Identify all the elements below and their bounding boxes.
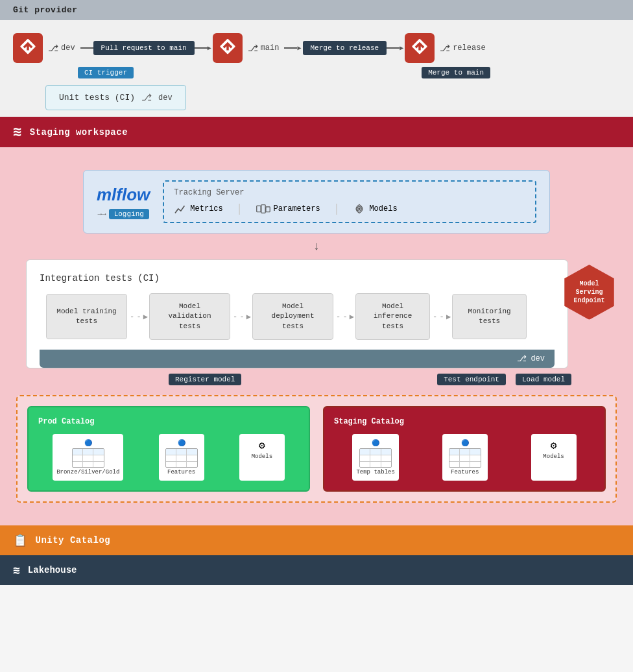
test-step-model-deployment: Model deployment tests <box>252 293 333 340</box>
main-branch-label: ⎇ main <box>248 43 280 54</box>
release-git-icon <box>405 33 435 63</box>
svg-rect-0 <box>256 206 260 211</box>
staging-temp-label: Temp tables <box>356 469 394 475</box>
test-step-monitoring: Monitoring tests <box>452 294 527 339</box>
staging-models-label: Models <box>535 453 573 460</box>
prod-features: 🔵 Features <box>159 434 204 481</box>
svg-point-6 <box>359 208 360 210</box>
unit-tests-branch: dev <box>158 93 173 102</box>
pull-request-badge: Pull request to main <box>93 41 195 55</box>
down-arrow-1: ↓ <box>252 240 381 253</box>
logging-badge: Logging <box>109 209 149 219</box>
integration-title: Integration tests (CI) <box>40 273 555 283</box>
prod-models-label: Models <box>243 453 281 460</box>
dev-branch-label-integration: dev <box>531 354 545 363</box>
staging-catalog-items: 🔵 Temp tables 🔵 <box>334 434 595 481</box>
prod-catalog-items: 🔵 Bronze/Silver/Gold 🔵 <box>38 434 299 481</box>
staging-title: Staging workspace <box>30 127 128 138</box>
staging-catalog-title: Staging Catalog <box>334 417 595 426</box>
unit-tests-label: Unit tests (CI) <box>59 93 135 102</box>
arrow-3 <box>284 47 297 49</box>
dev-branch-bar: ⎇ dev <box>40 350 555 368</box>
dash-arrow-2: - - ▶ <box>233 312 250 322</box>
svg-rect-2 <box>266 207 270 212</box>
models-item: Models <box>353 203 397 215</box>
model-serving-endpoint: Model Serving Endpoint <box>562 265 617 320</box>
prod-catalog-title: Prod Catalog <box>38 417 299 426</box>
staging-workspace-header: ≋ Staging workspace <box>0 117 633 147</box>
staging-content: mlflow →→ Logging Tracking Server Metric… <box>0 147 633 525</box>
test-step-model-training: Model training tests <box>46 294 127 339</box>
arrow-4 <box>387 47 400 49</box>
staging-catalog-box: Staging Catalog 🔵 Temp tables 🔵 <box>323 406 606 492</box>
prod-catalog-box: Prod Catalog 🔵 Bronze/Silver/Gold 🔵 <box>27 406 310 492</box>
arrow-2 <box>195 47 208 49</box>
merge-to-release-badge: Merge to release <box>303 41 387 55</box>
tracking-server-box: Tracking Server Metrics | <box>163 180 536 223</box>
mlflow-section: mlflow →→ Logging Tracking Server Metric… <box>83 170 550 234</box>
test-step-model-validation: Model validation tests <box>149 293 230 340</box>
dev-branch-label: ⎇ dev <box>48 43 75 54</box>
main-git-icon <box>213 33 243 63</box>
integration-tests-box: Integration tests (CI) Model training te… <box>26 259 568 368</box>
dash-arrow-1: - - ▶ <box>130 312 147 322</box>
merge-to-main-badge: Merge to main <box>422 67 490 78</box>
test-steps-row: Model training tests - - ▶ Model validat… <box>40 293 555 340</box>
integration-tests-outer: Integration tests (CI) Model training te… <box>26 259 607 368</box>
unity-catalog-icon: 📋 <box>13 533 28 547</box>
staging-features: 🔵 Features <box>442 434 488 481</box>
unity-catalog-title: Unity Catalog <box>36 535 111 546</box>
svg-rect-1 <box>261 205 265 213</box>
catalogs-row: Prod Catalog 🔵 Bronze/Silver/Gold 🔵 <box>27 406 606 492</box>
parameters-item: Parameters <box>256 204 320 214</box>
test-step-model-inference: Model inference tests <box>355 293 430 340</box>
unity-catalog-dashed-section: Prod Catalog 🔵 Bronze/Silver/Gold 🔵 <box>16 395 617 503</box>
tracking-server-title: Tracking Server <box>174 188 525 197</box>
git-provider-bar: Git provider <box>0 0 633 20</box>
staging-features-label: Features <box>446 469 484 475</box>
dev-git-icon <box>13 33 43 63</box>
mlflow-logo: mlflow <box>97 185 150 205</box>
release-branch-label: ⎇ release <box>440 43 485 54</box>
lakehouse-title: Lakehouse <box>28 565 77 575</box>
dash-arrow-4: - - ▶ <box>433 312 449 322</box>
top-section: ⎇ dev Pull request to main ▶ ⎇ main ▶ Me… <box>0 20 633 117</box>
staging-icon: ≋ <box>13 123 22 141</box>
dash-arrow-3: - - ▶ <box>336 312 353 322</box>
lakehouse-bar: ≋ Lakehouse <box>0 555 633 585</box>
git-provider-title: Git provider <box>13 5 78 15</box>
metrics-item: Metrics <box>174 204 222 214</box>
badges-row: Register model Test endpoint Load model <box>13 374 620 385</box>
prod-features-label: Features <box>163 469 200 475</box>
register-model-badge: Register model <box>169 374 241 385</box>
prod-bronze-silver-gold: 🔵 Bronze/Silver/Gold <box>53 434 123 481</box>
arrow-1 <box>80 47 93 49</box>
unity-catalog-bar: 📋 Unity Catalog <box>0 525 633 555</box>
test-endpoint-badge: Test endpoint <box>437 374 506 385</box>
prod-models: ⚙️ Models <box>239 434 285 481</box>
unit-tests-box: Unit tests (CI) ⎇ dev <box>45 85 186 110</box>
ci-trigger-badge: CI trigger <box>78 67 134 78</box>
staging-temp-tables: 🔵 Temp tables <box>352 434 398 481</box>
load-model-badge: Load model <box>516 374 571 385</box>
lakehouse-icon: ≋ <box>13 563 20 577</box>
prod-bronze-label: Bronze/Silver/Gold <box>56 469 119 475</box>
staging-models: ⚙️ Models <box>531 434 577 481</box>
